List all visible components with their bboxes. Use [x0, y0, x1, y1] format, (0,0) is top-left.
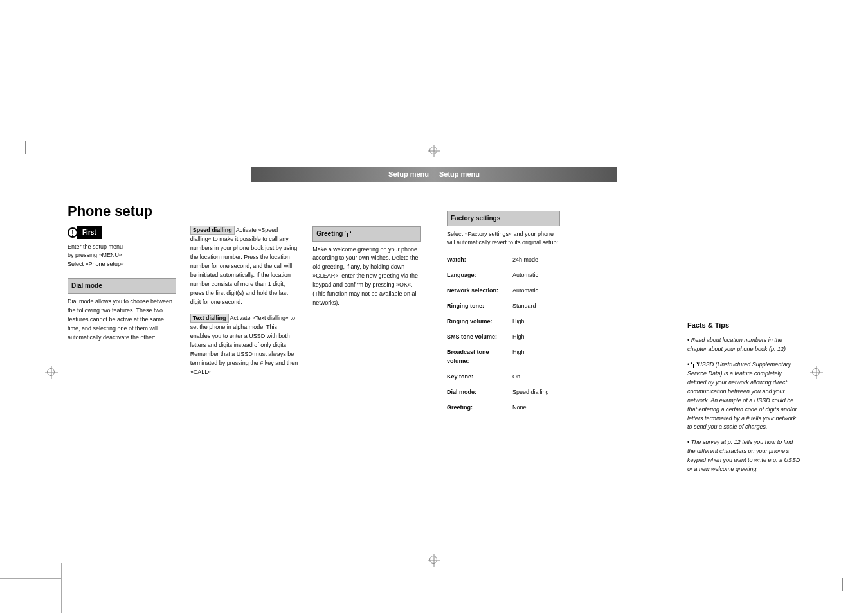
speed-dialling-head: Speed dialling — [190, 226, 235, 235]
antenna-icon — [345, 231, 350, 237]
dial-mode-body: Dial mode allows you to choose between t… — [68, 298, 176, 342]
facts-head: Facts & Tips — [687, 320, 800, 331]
factory-col: Factory settings Select »Factory setting… — [447, 211, 560, 481]
crop-mark-tl — [13, 141, 26, 154]
greeting-head: Greeting — [312, 226, 421, 242]
text-dialling-body: Activate »Text dialling« to set the phon… — [190, 315, 298, 375]
info-icon: ! — [68, 227, 78, 238]
header-bar-right: Setup menu — [434, 167, 800, 182]
greeting-body: Make a welcome greeting on your phone ac… — [312, 245, 421, 308]
antenna-icon — [691, 362, 696, 368]
registration-mark-top — [428, 145, 440, 157]
table-row: Dial mode:Speed dialling — [447, 385, 560, 400]
factory-intro: Select »Factory settings« and your phone… — [447, 230, 560, 248]
facts-p3: • The survey at p. 12 tells you how to f… — [687, 438, 800, 474]
header-title-left: Setup menu — [388, 170, 429, 178]
page-title: Phone setup — [68, 203, 421, 220]
dial-mode-head: Dial mode — [68, 278, 176, 294]
header-title-right: Setup menu — [439, 170, 480, 178]
first-label: First — [77, 226, 102, 239]
table-row: Ringing tone:Standard — [447, 299, 560, 314]
spacer-col — [583, 211, 665, 481]
factory-settings-table: Watch:24h mode Language:Automatic Networ… — [447, 253, 560, 415]
table-row: SMS tone volume:High — [447, 330, 560, 345]
page-right: 39 Setup menu Factory settings Select »F… — [434, 167, 800, 540]
page-left: 38 Setup menu Phone setup ! First Enter … — [68, 167, 434, 540]
header-bar-left: Setup menu — [68, 167, 434, 182]
factory-head: Factory settings — [447, 211, 560, 226]
trim-line — [0, 578, 61, 579]
crop-mark-br — [842, 578, 855, 591]
first-badge: ! First — [68, 226, 176, 239]
enter-line-1: Enter the setup menu — [68, 243, 176, 252]
table-row: Broadcast tone volume:High — [447, 345, 560, 369]
registration-mark-right — [810, 366, 823, 379]
table-row: Key tone:On — [447, 369, 560, 385]
text-dialling-head: Text dialling — [190, 314, 229, 323]
facts-p1: • Read about location numbers in the cha… — [687, 336, 800, 354]
speed-dialling-body: Activate »Speed dialling« to make it pos… — [190, 227, 298, 305]
table-row: Watch:24h mode — [447, 253, 560, 268]
trim-line-v — [61, 563, 62, 613]
facts-p2: • USSD (Unstructured Supplementary Servi… — [687, 360, 800, 432]
table-row: Ringing volume:High — [447, 314, 560, 330]
table-row: Greeting:None — [447, 400, 560, 416]
registration-mark-bottom — [428, 554, 440, 567]
facts-col: Facts & Tips • Read about location numbe… — [687, 211, 800, 481]
enter-line-3: Select »Phone setup« — [68, 260, 176, 269]
col-left-1: ! First Enter the setup menu by pressing… — [68, 226, 176, 377]
enter-line-2: by pressing »MENU« — [68, 251, 176, 260]
registration-mark-left — [45, 366, 58, 379]
greeting-head-text: Greeting — [316, 230, 343, 237]
table-row: Language:Automatic — [447, 268, 560, 283]
col-left-2: Speed dialling Activate »Speed dialling«… — [190, 226, 299, 377]
table-row: Network selection:Automatic — [447, 283, 560, 299]
col-left-3: Greeting Make a welcome greeting on your… — [312, 226, 421, 377]
